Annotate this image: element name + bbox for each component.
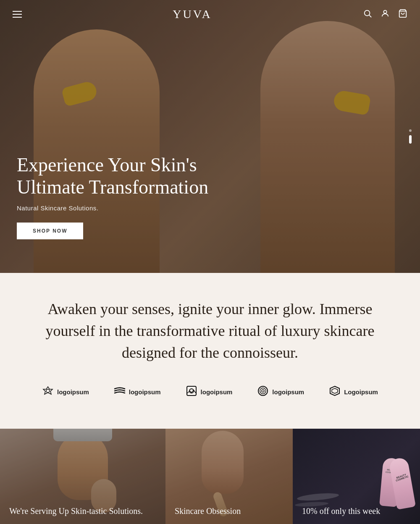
svg-point-2 <box>383 10 386 13</box>
carousel-dot-2[interactable] <box>409 135 412 144</box>
logo-1-icon <box>42 385 54 399</box>
svg-point-4 <box>46 389 50 393</box>
hamburger-menu-button[interactable] <box>13 11 22 18</box>
svg-marker-11 <box>332 388 338 393</box>
logo-2-label: logoipsum <box>129 388 161 396</box>
tagline-text: Awaken your senses, ignite your inner gl… <box>34 298 386 364</box>
cards-section: We're Serving Up Skin-tastic Solutions. … <box>0 429 420 524</box>
card-1-text: We're Serving Up Skin-tastic Solutions. <box>0 497 165 524</box>
svg-point-8 <box>260 388 266 394</box>
card-3-title: 10% off only this week <box>302 506 411 517</box>
nav-left <box>13 11 22 18</box>
card-1[interactable]: We're Serving Up Skin-tastic Solutions. <box>0 429 165 524</box>
carousel-indicators <box>409 129 412 144</box>
svg-line-1 <box>369 15 371 17</box>
card-2-title: Skincare Obsession <box>175 506 284 517</box>
hero-title: Experience Your Skin's Ultimate Transfor… <box>17 154 235 199</box>
logo-5: Logoipsum <box>329 385 378 399</box>
nav-right <box>363 9 407 20</box>
svg-rect-5 <box>187 386 196 396</box>
account-icon[interactable] <box>381 9 390 20</box>
cart-icon[interactable] <box>398 9 407 20</box>
card-1-title: We're Serving Up Skin-tastic Solutions. <box>9 506 156 517</box>
logo-2-icon <box>114 387 126 398</box>
product-label: BEAUTYCOSMETIC <box>394 472 410 482</box>
shop-now-button[interactable]: SHOP NOW <box>17 223 83 239</box>
hero-subtitle: Natural Skincare Solutions. <box>17 204 235 212</box>
card-3[interactable]: BEAUTYCOSMETIC BEAUTYCOSMETIC 10% off on… <box>293 429 420 524</box>
svg-point-9 <box>262 390 264 392</box>
hero-section: Experience Your Skin's Ultimate Transfor… <box>0 0 420 273</box>
logo-5-icon <box>329 385 341 399</box>
card-2[interactable]: Skincare Obsession <box>165 429 293 524</box>
logo-3-label: logoipsum <box>201 388 233 396</box>
logo-3-icon <box>186 385 197 399</box>
logo-4-label: logoipsum <box>272 388 304 396</box>
hero-content: Experience Your Skin's Ultimate Transfor… <box>17 154 235 239</box>
logo-4-icon <box>257 385 269 399</box>
brand-logo[interactable]: YUVA <box>173 8 212 21</box>
logo-1: logoipsum <box>42 385 89 399</box>
logos-bar: logoipsum logoipsum logoipsum <box>34 385 386 408</box>
navbar: YUVA <box>0 0 420 29</box>
tagline-section: Awaken your senses, ignite your inner gl… <box>0 273 420 429</box>
card-2-text: Skincare Obsession <box>165 497 293 524</box>
logo-5-label: Logoipsum <box>344 388 378 396</box>
carousel-dot-1[interactable] <box>409 129 412 132</box>
search-icon[interactable] <box>363 9 372 20</box>
logo-4: logoipsum <box>257 385 304 399</box>
logo-2: logoipsum <box>114 387 161 398</box>
card-3-text: 10% off only this week <box>293 497 420 524</box>
logo-3: logoipsum <box>186 385 233 399</box>
logo-1-label: logoipsum <box>57 388 89 396</box>
svg-point-0 <box>365 10 370 16</box>
